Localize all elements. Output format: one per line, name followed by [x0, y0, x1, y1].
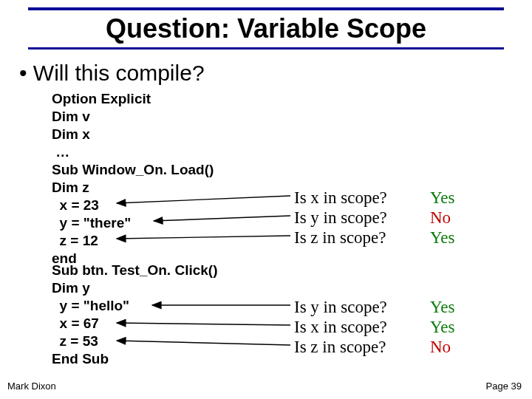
answer-row: Yes: [430, 188, 454, 208]
footer-page: Page 39: [486, 381, 522, 392]
slide: Question: Variable Scope • Will this com…: [0, 0, 532, 399]
questions-top: Is x in scope? Is y in scope? Is z in sc…: [294, 188, 387, 248]
answer-row: Yes: [430, 317, 454, 337]
questions-bottom: Is y in scope? Is x in scope? Is z in sc…: [294, 297, 387, 357]
slide-title: Question: Variable Scope: [0, 13, 532, 44]
answer-row: No: [430, 337, 454, 357]
top-rule: [28, 7, 504, 10]
bullet-question: • Will this compile?: [19, 61, 205, 86]
answer-row: Yes: [430, 228, 454, 248]
question-row: Is y in scope?: [294, 297, 387, 317]
answer-row: No: [430, 208, 454, 228]
question-row: Is x in scope?: [294, 188, 387, 208]
answer-row: Yes: [430, 297, 454, 317]
answers-top: Yes No Yes: [430, 188, 454, 248]
footer-author: Mark Dixon: [7, 381, 56, 392]
code-block-2: Sub btn. Test_On. Click() Dim y y = "hel…: [52, 262, 218, 368]
question-row: Is z in scope?: [294, 337, 387, 357]
question-row: Is z in scope?: [294, 228, 387, 248]
answers-bottom: Yes Yes No: [430, 297, 454, 357]
title-underline: [28, 47, 504, 50]
question-row: Is x in scope?: [294, 317, 387, 337]
code-block-1: Option Explicit Dim v Dim x … Sub Window…: [52, 90, 214, 267]
question-row: Is y in scope?: [294, 208, 387, 228]
